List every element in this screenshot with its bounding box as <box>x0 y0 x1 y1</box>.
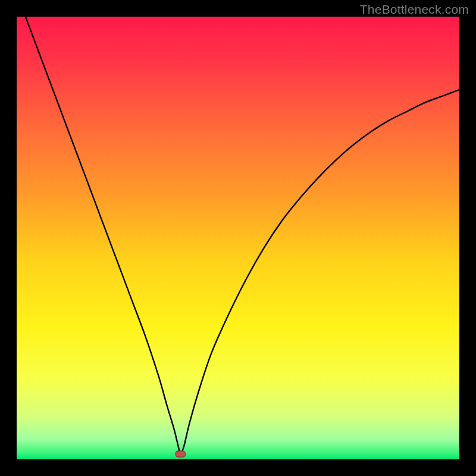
watermark-text: TheBottleneck.com <box>360 2 469 17</box>
chart-frame <box>17 17 459 459</box>
bottleneck-chart <box>17 17 459 459</box>
gradient-background <box>17 17 459 459</box>
optimal-point-marker <box>176 451 185 457</box>
